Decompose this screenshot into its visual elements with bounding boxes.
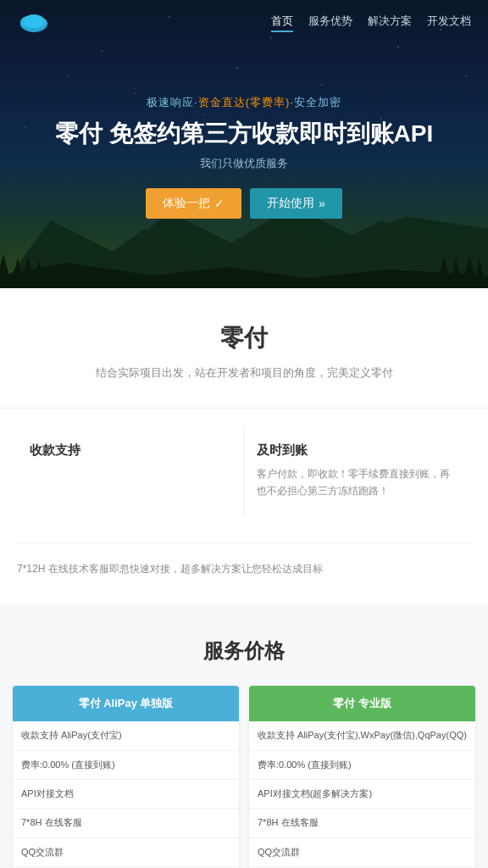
arrow-icon: » — [319, 197, 325, 210]
trial-label: 体验一把 — [163, 196, 210, 211]
pricing-row-0-1: 费率:0.00% (直接到账) — [13, 751, 239, 780]
pricing-card-alipay: 零付 AliPay 单独版 收款支持 AliPay(支付宝) 费率:0.00% … — [13, 686, 239, 868]
intro-title: 零付 — [17, 322, 471, 354]
feature-payment: 收款支持 — [17, 426, 244, 517]
intro-desc: 结合实际项目出发，站在开发者和项目的角度，完美定义零付 — [17, 364, 471, 382]
start-button[interactable]: 开始使用 » — [250, 188, 342, 219]
pricing-card-pro: 零付 专业版 收款支持 AliPay(支付宝),WxPay(微信),QqPay(… — [249, 686, 475, 868]
hero-desc: 我们只做优质服务 — [55, 156, 433, 171]
navbar: 首页 服务优势 解决方案 开发文档 — [0, 0, 488, 46]
intro-section: 零付 结合实际项目出发，站在开发者和项目的角度，完美定义零付 — [0, 288, 488, 408]
pricing-section: 服务价格 零付 AliPay 单独版 收款支持 AliPay(支付宝) 费率:0… — [0, 604, 488, 868]
pricing-row-0-4: QQ交流群 — [13, 838, 239, 867]
hero-subtitle-prefix: 极速响应· — [147, 96, 198, 108]
nav-solution[interactable]: 解决方案 — [368, 14, 412, 32]
hero-subtitle-suffix: ·安全加密 — [290, 96, 341, 108]
nav-links: 首页 服务优势 解决方案 开发文档 — [271, 14, 471, 32]
hero-subtitle: 极速响应·资金直达(零费率)·安全加密 — [55, 95, 433, 110]
check-icon: ✓ — [214, 197, 225, 210]
start-label: 开始使用 — [267, 196, 314, 211]
nav-home[interactable]: 首页 — [271, 14, 293, 32]
svg-point-23 — [24, 14, 44, 28]
hero-subtitle-highlight: 资金直达(零费率) — [198, 96, 291, 108]
feature-instant-title: 及时到账 — [257, 442, 458, 459]
pricing-title: 服务价格 — [13, 637, 475, 665]
pricing-card-pro-header: 零付 专业版 — [249, 686, 475, 721]
nav-service[interactable]: 服务优势 — [308, 14, 352, 32]
pricing-row-1-0: 收款支持 AliPay(支付宝),WxPay(微信),QqPay(QQ) — [249, 721, 475, 750]
logo-icon — [17, 10, 51, 36]
pricing-row-1-3: 7*8H 在线客服 — [249, 809, 475, 837]
feature-payment-title: 收款支持 — [30, 442, 230, 459]
trial-button[interactable]: 体验一把 ✓ — [146, 188, 241, 219]
pricing-row-0-2: API对接文档 — [13, 780, 239, 809]
hero-section: 首页 服务优势 解决方案 开发文档 极速响应·资金直达(零费率)·安全加密 零付… — [0, 0, 488, 288]
pricing-row-0-0: 收款支持 AliPay(支付宝) — [13, 721, 239, 750]
pricing-row-1-1: 费率:0.00% (直接到账) — [249, 751, 475, 780]
pricing-row-1-4: QQ交流群 — [249, 838, 475, 867]
logo — [17, 10, 51, 36]
hero-content: 极速响应·资金直达(零费率)·安全加密 零付 免签约第三方收款即时到账API 我… — [38, 95, 450, 219]
feature-instant-desc: 客户付款，即收款！零手续费直接到账，再也不必担心第三方冻结跑路！ — [257, 465, 458, 500]
feature-extended-text: 7*12H 在线技术客服即忽快速对接，超多解决方案让您轻松达成目标 — [17, 542, 471, 579]
feature-instant: 及时到账 客户付款，即收款！零手续费直接到账，再也不必担心第三方冻结跑路！ — [244, 426, 471, 517]
nav-docs[interactable]: 开发文档 — [427, 14, 471, 32]
pricing-card-alipay-header: 零付 AliPay 单独版 — [13, 686, 239, 721]
features-section: 收款支持 及时到账 客户付款，即收款！零手续费直接到账，再也不必担心第三方冻结跑… — [0, 408, 488, 542]
pricing-row-1-2: API对接文档(超多解决方案) — [249, 780, 475, 809]
feature-extended-section: 7*12H 在线技术客服即忽快速对接，超多解决方案让您轻松达成目标 — [0, 542, 488, 604]
pricing-grid: 零付 AliPay 单独版 收款支持 AliPay(支付宝) 费率:0.00% … — [13, 686, 475, 868]
hero-buttons: 体验一把 ✓ 开始使用 » — [55, 188, 433, 219]
hero-title: 零付 免签约第三方收款即时到账API — [55, 119, 433, 149]
pricing-row-0-3: 7*8H 在线客服 — [13, 809, 239, 837]
